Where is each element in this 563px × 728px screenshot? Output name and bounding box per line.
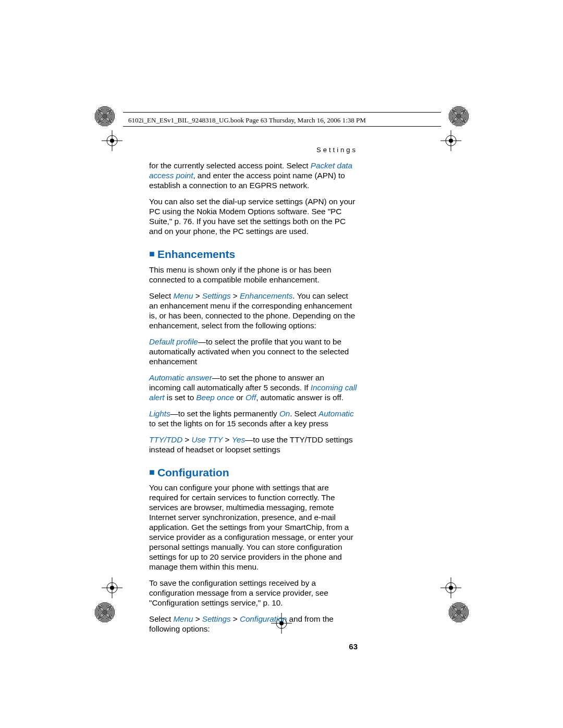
ui-term: Enhancements: [240, 291, 292, 300]
page-number: 63: [149, 642, 358, 652]
reg-mark-left-bottom: [102, 577, 123, 598]
paragraph: Automatic answer—to set the phone to ans…: [149, 373, 358, 402]
ui-term: Off: [246, 393, 256, 402]
reg-mark-right-top: [440, 130, 461, 151]
ui-term: Yes: [232, 435, 245, 444]
reg-mark-left-top: [102, 130, 123, 151]
ui-term: Use TTY: [191, 435, 223, 444]
section-heading-enhancements: Enhancements: [149, 248, 358, 261]
ui-term: On: [279, 409, 290, 418]
text: >: [231, 291, 240, 300]
ui-term: Menu: [173, 291, 193, 300]
paragraph: You can also set the dial-up service set…: [149, 196, 358, 236]
corner-mark-top-right: [448, 106, 469, 127]
ui-term: Lights: [149, 409, 170, 418]
text: >: [182, 435, 191, 444]
paragraph: This menu is shown only if the phone is …: [149, 265, 358, 285]
paragraph: Select Menu > Settings > Configuration a…: [149, 614, 358, 634]
ui-term: Menu: [173, 614, 193, 623]
meta-rule-bottom: [123, 126, 441, 127]
paragraph: You can configure your phone with settin…: [149, 483, 358, 572]
text: to set the lights on for 15 seconds afte…: [149, 419, 328, 428]
text: >: [193, 291, 202, 300]
meta-rule-top: [123, 112, 441, 113]
text: —to set the lights permanently: [170, 409, 279, 418]
text: , automatic answer is off.: [256, 393, 344, 402]
page: 6102i_EN_ESv1_BIL_9248318_UG.book Page 6…: [0, 0, 563, 728]
section-heading-configuration: Configuration: [149, 466, 358, 479]
ui-term: Settings: [202, 614, 231, 623]
paragraph: Select Menu > Settings > Enhancements. Y…: [149, 291, 358, 330]
paragraph: To save the configuration settings recei…: [149, 578, 358, 608]
reg-mark-right-bottom: [440, 577, 461, 598]
ui-term: Settings: [202, 291, 231, 300]
ui-term: Configuration: [240, 614, 287, 623]
corner-mark-top-left: [94, 106, 115, 127]
running-head: Settings: [149, 146, 358, 154]
ui-term: Automatic: [319, 409, 354, 418]
text: Select: [149, 614, 173, 623]
text: for the currently selected access point.…: [149, 161, 311, 170]
text: >: [223, 435, 231, 444]
paragraph: for the currently selected access point.…: [149, 161, 358, 190]
text: is set to: [165, 393, 197, 402]
corner-mark-bottom-left: [94, 602, 115, 623]
text: . Select: [290, 409, 319, 418]
paragraph: TTY/TDD > Use TTY > Yes—to use the TTY/T…: [149, 435, 358, 454]
paragraph: Lights—to set the lights permanently On.…: [149, 409, 358, 428]
ui-term: Beep once: [196, 393, 234, 402]
ui-term: Default profile: [149, 337, 198, 346]
text: or: [234, 393, 246, 402]
corner-mark-bottom-right: [448, 602, 469, 623]
ui-term: Automatic answer: [149, 373, 212, 382]
content-column: Settings for the currently selected acce…: [149, 146, 358, 652]
paragraph: Default profile—to select the profile th…: [149, 337, 358, 366]
text: >: [231, 614, 240, 623]
text: >: [193, 614, 202, 623]
text: Select: [149, 291, 173, 300]
ui-term: TTY/TDD: [149, 435, 182, 444]
book-meta-line: 6102i_EN_ESv1_BIL_9248318_UG.book Page 6…: [128, 116, 366, 125]
